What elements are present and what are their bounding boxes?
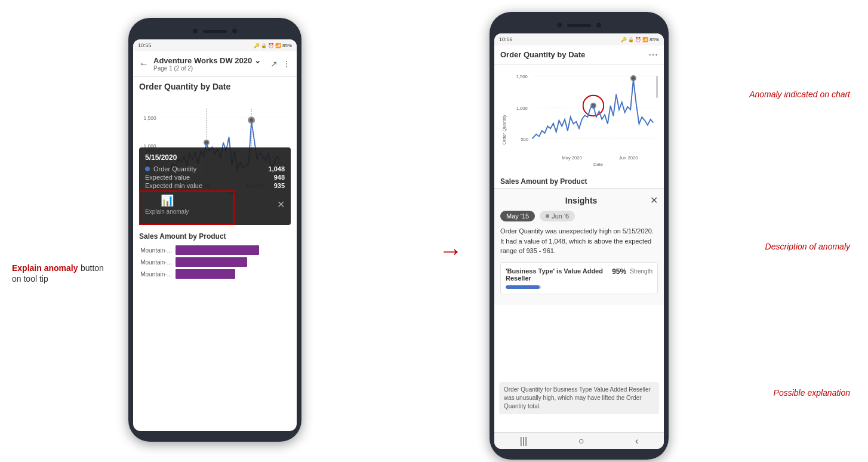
right-phone-screen: 10:56 🔑 🔒 ⏰ 📶 85% Order Quantity by Date… [494, 33, 664, 449]
expected-value: 948 [274, 174, 285, 181]
right-speaker [567, 24, 591, 27]
svg-text:May 2020: May 2020 [562, 155, 582, 161]
right-status-bar: 10:56 🔑 🔒 ⏰ 📶 85% [494, 33, 664, 45]
page-subtitle: Page 1 (2 of 2) [153, 65, 266, 72]
right-sensor-dot [596, 23, 601, 27]
nav-menu-icon[interactable]: ||| [520, 436, 527, 446]
right-more-options-icon[interactable]: ⋯ [648, 49, 658, 60]
left-phone-shell: 10:55 🔑 🔒 ⏰ 📶 85% ← Adventure Works DW 2… [128, 18, 301, 442]
expected-min-value: 935 [274, 182, 285, 189]
red-highlight-box [139, 190, 235, 225]
report-title-row: Order Quantity by Date ⋯ [500, 49, 658, 60]
left-annotation: Explain anomaly buttonon tool tip [12, 263, 131, 284]
chart-scrollbar[interactable] [656, 76, 658, 98]
right-screen-content: Order Quantity by Date ⋯ 1,500 1,000 500… [494, 45, 664, 432]
strength-bar-fill [506, 285, 540, 289]
chip-may15[interactable]: May '15 [500, 211, 535, 221]
order-qty-value: 1,048 [268, 165, 285, 173]
arrow-indicator: → [439, 239, 463, 263]
bar-fill-2 [176, 257, 247, 267]
sensor-dot [232, 29, 237, 33]
bar-fill-3 [176, 269, 235, 279]
possible-explanation-annotation: Possible explanation [774, 388, 850, 398]
left-phone-top-bar [133, 25, 297, 37]
tooltip-date: 5/15/2020 [145, 153, 285, 162]
left-phone-screen: 10:55 🔑 🔒 ⏰ 📶 85% ← Adventure Works DW 2… [133, 39, 297, 431]
right-time: 10:56 [499, 36, 513, 42]
right-report-title: Order Quantity by Date [500, 50, 585, 59]
svg-text:1,000: 1,000 [516, 106, 528, 111]
tooltip-close-button[interactable]: ✕ [277, 199, 285, 210]
bar-row-2: Mountain-... [139, 257, 291, 267]
left-sales-title: Sales Amount by Product [139, 230, 291, 243]
left-screen-content: ← Adventure Works DW 2020 ⌄ Page 1 (2 of… [133, 51, 297, 431]
svg-text:Order Quantity: Order Quantity [501, 115, 507, 144]
insight-result-label: 'Business Type' is Value Added Reseller [506, 267, 612, 282]
left-phone: 10:55 🔑 🔒 ⏰ 📶 85% ← Adventure Works DW 2… [128, 18, 301, 442]
right-phone-top-bar [494, 19, 664, 31]
svg-text:Jun 2020: Jun 2020 [619, 155, 638, 161]
date-chips: May '15 Jun '6 [500, 211, 658, 221]
dropdown-icon[interactable]: ⌄ [254, 56, 261, 65]
speaker [203, 30, 227, 33]
report-name: Adventure Works DW 2020 ⌄ [153, 56, 266, 65]
svg-text:Date: Date [593, 162, 603, 167]
left-chart-area: 1,500 1,000 Quantity [139, 94, 291, 225]
nav-back-icon[interactable]: ‹ [635, 436, 638, 446]
strength-pct: 95% [612, 267, 626, 276]
tooltip-row-min: Expected min value 935 [145, 182, 285, 189]
chip-jun6[interactable]: Jun '6 [540, 211, 575, 221]
bar-label-3: Mountain-... [139, 271, 172, 278]
left-status-bar: 10:55 🔑 🔒 ⏰ 📶 85% [133, 39, 297, 51]
insights-panel: Insights ✕ May '15 Jun '6 Order Quantity… [494, 188, 664, 305]
header-action-icons: ↗ ⋮ [270, 59, 291, 69]
insights-title: Insights [512, 196, 650, 205]
explain-anomaly-bold: Explain anomaly [12, 263, 78, 273]
right-screen-header: Order Quantity by Date ⋯ [494, 45, 664, 64]
left-sales-section: Sales Amount by Product Mountain-... Mou… [133, 227, 297, 284]
bar-label-1: Mountain-... [139, 247, 172, 254]
right-annotations: Anomaly indicated on chart Description o… [725, 0, 856, 462]
chip-dot [546, 214, 549, 218]
right-status-icons: 🔑 🔒 ⏰ 📶 85% [621, 37, 659, 42]
header-title-block: Adventure Works DW 2020 ⌄ Page 1 (2 of 2… [153, 56, 266, 72]
anomaly-description-text: Order Quantity was unexpectedly high on … [500, 226, 658, 256]
expected-min-label: Expected min value [145, 182, 202, 189]
bar-fill-1 [176, 245, 259, 255]
bar-row-3: Mountain-... [139, 269, 291, 279]
bar-label-2: Mountain-... [139, 259, 172, 266]
tooltip-row-expected: Expected value 948 [145, 174, 285, 181]
red-arrow-icon: → [439, 239, 463, 263]
right-phone-shell: 10:56 🔑 🔒 ⏰ 📶 85% Order Quantity by Date… [490, 12, 669, 460]
strength-bar-bg [506, 285, 541, 289]
left-status-icons: 🔑 🔒 ⏰ 📶 85% [254, 43, 292, 48]
expand-icon[interactable]: ↗ [270, 59, 278, 69]
svg-text:500: 500 [521, 137, 528, 142]
anomaly-chart-annotation: Anomaly indicated on chart [749, 90, 850, 99]
right-phone: 10:56 🔑 🔒 ⏰ 📶 85% Order Quantity by Date… [490, 12, 669, 460]
order-qty-label: Order Quantity [145, 165, 196, 173]
left-time: 10:55 [138, 42, 152, 48]
bar-row-1: Mountain-... [139, 245, 291, 255]
right-camera-dot [557, 23, 562, 27]
description-annotation: Description of anomaly [765, 242, 850, 251]
svg-text:1,500: 1,500 [144, 115, 156, 121]
camera-dot [193, 29, 198, 33]
right-chart-area: 1,500 1,000 500 Order Quantity [499, 64, 659, 175]
left-chart-title: Order Quantity by Date [133, 77, 297, 94]
more-options-icon[interactable]: ⋮ [282, 59, 291, 69]
insight-result-row: 'Business Type' is Value Added Reseller … [506, 267, 652, 282]
back-arrow-icon[interactable]: ← [139, 58, 149, 69]
insights-footer-text: Order Quantity for Business Type Value A… [499, 382, 659, 414]
insights-close-button[interactable]: ✕ [650, 195, 658, 206]
tooltip-row-order-qty: Order Quantity 1,048 [145, 165, 285, 173]
nav-home-icon[interactable]: ○ [578, 436, 584, 446]
expected-label: Expected value [145, 174, 190, 181]
svg-text:1,500: 1,500 [516, 74, 528, 79]
strength-label: Strength [630, 268, 652, 275]
left-screen-header: ← Adventure Works DW 2020 ⌄ Page 1 (2 of… [133, 51, 297, 77]
strength-container: 95% Strength [612, 267, 652, 276]
right-sales-title: Sales Amount by Product [494, 175, 664, 188]
blue-dot [145, 167, 150, 171]
insights-header: Insights ✕ [500, 195, 658, 206]
